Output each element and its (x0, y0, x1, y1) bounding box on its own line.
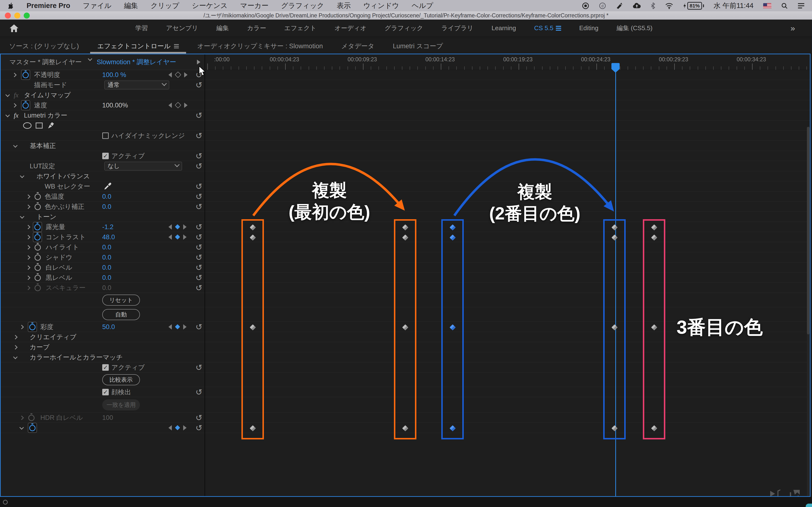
menu-graphics[interactable]: グラフィック (281, 1, 324, 11)
stopwatch-icon[interactable] (34, 263, 42, 272)
reset-button[interactable]: リセット (102, 294, 140, 306)
section-label[interactable]: タイムリマップ (24, 91, 70, 100)
workspace-tab-learning-jp[interactable]: 学習 (135, 24, 148, 32)
stopwatch-icon[interactable] (33, 232, 42, 242)
chevron-right-icon[interactable] (26, 258, 30, 261)
input-source-flag-icon[interactable] (763, 3, 771, 8)
param-value[interactable]: 0.0 (102, 203, 111, 210)
chevron-right-icon[interactable] (26, 237, 30, 241)
param-value[interactable]: 48.0 (102, 233, 115, 241)
reset-param-icon[interactable]: ↺ (196, 274, 203, 282)
tab-lumetri-scopes[interactable]: Lumetri スコープ (384, 39, 452, 54)
stopwatch-icon[interactable] (34, 243, 42, 252)
reset-param-icon[interactable]: ↺ (196, 243, 203, 251)
pen-tablet-icon[interactable] (616, 2, 623, 9)
menu-clip[interactable]: クリップ (151, 1, 179, 11)
section-label[interactable]: トーン (37, 213, 56, 221)
panel-menu-icon[interactable] (174, 43, 179, 49)
stopwatch-icon[interactable] (34, 283, 42, 292)
chevron-right-icon[interactable] (13, 347, 17, 351)
chevron-down-icon[interactable] (6, 95, 9, 99)
section-label[interactable]: カーブ (30, 343, 50, 351)
chevron-right-icon[interactable] (13, 337, 17, 341)
workspace-tab-audio[interactable]: オーディオ (335, 24, 366, 32)
param-value[interactable]: 0.0 (102, 253, 111, 261)
ellipse-mask-icon[interactable] (22, 122, 32, 129)
reset-param-icon[interactable]: ↺ (196, 233, 203, 241)
apple-logo-icon[interactable] (8, 2, 14, 9)
next-keyframe-icon[interactable] (183, 234, 187, 240)
reset-param-icon[interactable]: ↺ (196, 203, 203, 211)
prev-keyframe-icon[interactable] (168, 103, 172, 108)
notification-list-icon[interactable] (798, 3, 805, 9)
vertical-scrollbar-thumb[interactable] (807, 127, 810, 334)
reset-param-icon[interactable]: ↺ (196, 223, 203, 231)
chevron-right-icon[interactable] (26, 196, 30, 201)
pen-mask-icon[interactable] (47, 122, 55, 129)
prev-keyframe-icon[interactable] (168, 324, 172, 330)
active-checkbox[interactable]: ✓ (102, 153, 109, 159)
param-value[interactable]: 0.0 (102, 193, 111, 200)
chevron-right-icon[interactable] (26, 227, 30, 231)
chevron-right-icon[interactable] (19, 418, 23, 421)
section-label[interactable]: クリエイティブ (30, 333, 77, 341)
menu-bar-clock[interactable]: 水 午前11:44 (714, 1, 754, 11)
d-status-icon[interactable]: d (599, 2, 606, 9)
export-frame-icon[interactable] (789, 489, 800, 497)
prev-keyframe-icon[interactable] (168, 425, 172, 431)
stopwatch-icon[interactable] (34, 253, 42, 262)
section-label[interactable]: カラーホイールとカラーマッチ (30, 353, 123, 362)
reset-param-icon[interactable]: ↺ (196, 424, 203, 432)
master-clip-label[interactable]: マスター * 調整レイヤー (9, 58, 82, 66)
add-keyframe-icon[interactable] (175, 234, 180, 239)
workspace-tab-editing[interactable]: Editing (579, 24, 599, 32)
workspace-tab-color[interactable]: カラー (247, 24, 266, 32)
section-label[interactable]: ホワイトバランス (37, 172, 90, 181)
menu-window[interactable]: ウィンドウ (363, 1, 399, 11)
param-value[interactable]: 50.0 (102, 323, 115, 331)
reset-effect-icon[interactable]: ↺ (196, 111, 203, 119)
param-value[interactable]: 100.00% (102, 101, 128, 109)
workspace-tab-library[interactable]: ライブラリ (441, 24, 473, 32)
reset-param-icon[interactable]: ↺ (196, 162, 203, 170)
workspace-tab-assembly[interactable]: アセンブリ (166, 24, 198, 32)
spotlight-search-icon[interactable] (781, 2, 788, 9)
home-icon[interactable] (9, 24, 19, 33)
section-label[interactable]: 基本補正 (30, 142, 56, 150)
stopwatch-icon[interactable] (34, 192, 42, 201)
minimize-window-button[interactable] (14, 12, 20, 18)
reset-param-icon[interactable]: ↺ (196, 388, 203, 396)
add-keyframe-icon[interactable] (175, 425, 180, 430)
workspace-overflow-chevrons[interactable]: » (791, 23, 795, 33)
next-keyframe-icon[interactable] (183, 324, 187, 330)
play-audio-icon[interactable] (769, 489, 782, 497)
workspace-tab-graphics[interactable]: グラフィック (385, 24, 423, 32)
chevron-right-icon[interactable] (26, 278, 30, 282)
stopwatch-icon[interactable] (33, 222, 42, 232)
zoom-window-button[interactable] (24, 12, 30, 18)
workspace-tab-edit-cs55[interactable]: 編集 (CS5.5) (616, 24, 653, 32)
tab-effect-controls[interactable]: エフェクトコントロール (88, 39, 188, 54)
stopwatch-icon[interactable] (21, 70, 30, 80)
blend-mode-dropdown[interactable]: 通常 (104, 80, 169, 89)
workspace-tab-learning-en[interactable]: Learning (492, 24, 516, 32)
play-toggle-icon[interactable] (197, 60, 200, 64)
reset-param-icon[interactable]: ↺ (196, 152, 203, 160)
chevron-down-icon[interactable] (20, 217, 24, 221)
chevron-down-icon[interactable] (13, 146, 17, 150)
chevron-right-icon[interactable] (12, 75, 16, 79)
auto-button[interactable]: 自動 (102, 309, 140, 320)
chevron-down-icon[interactable] (19, 428, 23, 432)
add-keyframe-icon[interactable] (175, 224, 180, 229)
reset-param-icon[interactable]: ↺ (196, 192, 203, 201)
next-keyframe-icon[interactable] (183, 425, 187, 431)
stopwatch-icon[interactable] (34, 273, 42, 282)
reset-param-icon[interactable]: ↺ (196, 182, 203, 190)
workspace-menu-icon[interactable] (556, 25, 561, 32)
prev-keyframe-icon[interactable] (168, 234, 172, 240)
close-window-button[interactable] (5, 12, 11, 18)
app-menu-name[interactable]: Premiere Pro (27, 2, 70, 10)
timeline-ruler[interactable]: :00:00 00:00:04:23 00:00:09:23 00:00:14:… (204, 54, 811, 70)
active-checkbox[interactable]: ✓ (102, 364, 109, 371)
param-value[interactable]: -1.2 (102, 223, 114, 231)
